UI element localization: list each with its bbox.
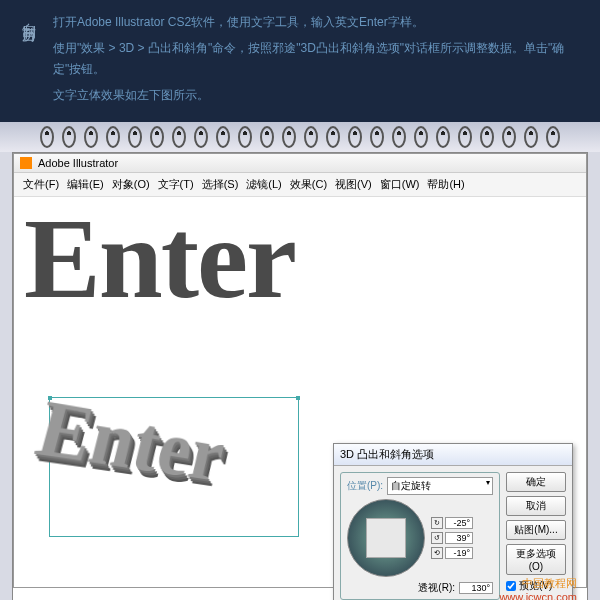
three-d-preview[interactable]: Enter — [29, 377, 339, 577]
watermark: 中国教程网 www.jcwcn.com — [499, 576, 577, 600]
menu-edit[interactable]: 编辑(E) — [64, 177, 107, 192]
ok-button[interactable]: 确定 — [506, 472, 566, 492]
instructions: 打开Adobe Illustrator CS2软件，使用文字工具，输入英文Ent… — [53, 12, 580, 110]
menu-object[interactable]: 对象(O) — [109, 177, 153, 192]
side-title: 自制台历 — [20, 12, 38, 110]
instruction-line: 文字立体效果如左下图所示。 — [53, 85, 580, 107]
menu-select[interactable]: 选择(S) — [199, 177, 242, 192]
app-icon — [20, 157, 32, 169]
watermark-text: 中国教程网 — [499, 576, 577, 591]
window-title: Adobe Illustrator — [38, 157, 118, 169]
x-axis-icon: ↻ — [431, 517, 443, 529]
page-content: Adobe Illustrator 文件(F) 编辑(E) 对象(O) 文字(T… — [12, 152, 588, 600]
cancel-button[interactable]: 取消 — [506, 496, 566, 516]
map-button[interactable]: 贴图(M)... — [506, 520, 566, 540]
menu-bar: 文件(F) 编辑(E) 对象(O) 文字(T) 选择(S) 滤镜(L) 效果(C… — [14, 173, 586, 197]
z-axis-icon: ⟲ — [431, 547, 443, 559]
more-options-button[interactable]: 更多选项(O) — [506, 544, 566, 575]
menu-help[interactable]: 帮助(H) — [424, 177, 467, 192]
y-angle-input[interactable]: 39° — [445, 532, 473, 544]
y-axis-icon: ↺ — [431, 532, 443, 544]
menu-type[interactable]: 文字(T) — [155, 177, 197, 192]
menu-effect[interactable]: 效果(C) — [287, 177, 330, 192]
spiral-binding — [0, 122, 600, 152]
position-label: 位置(P): — [347, 479, 383, 493]
x-angle-input[interactable]: -25° — [445, 517, 473, 529]
menu-filter[interactable]: 滤镜(L) — [243, 177, 284, 192]
menu-view[interactable]: 视图(V) — [332, 177, 375, 192]
flat-text[interactable]: Enter — [24, 207, 576, 311]
cube-face-front — [366, 518, 406, 558]
dialog-title[interactable]: 3D 凸出和斜角选项 — [334, 444, 572, 466]
three-d-object[interactable]: Enter — [25, 374, 329, 585]
three-d-text: Enter — [27, 382, 232, 500]
position-fieldset: 位置(P): 自定旋转 ↻-25° — [340, 472, 500, 600]
instruction-bar: 自制台历 打开Adobe Illustrator CS2软件，使用文字工具，输入… — [0, 0, 600, 122]
watermark-url: www.jcwcn.com — [499, 591, 577, 600]
menu-window[interactable]: 窗口(W) — [377, 177, 423, 192]
perspective-label: 透视(R): — [418, 581, 455, 595]
z-angle-input[interactable]: -19° — [445, 547, 473, 559]
perspective-input[interactable]: 130° — [459, 582, 493, 594]
window-titlebar[interactable]: Adobe Illustrator — [14, 154, 586, 173]
instruction-line: 使用"效果 > 3D > 凸出和斜角"命令，按照邪途"3D凸出和斜角选项"对话框… — [53, 38, 580, 81]
rotation-trackball[interactable] — [347, 499, 425, 577]
position-dropdown[interactable]: 自定旋转 — [387, 477, 493, 495]
menu-file[interactable]: 文件(F) — [20, 177, 62, 192]
instruction-line: 打开Adobe Illustrator CS2软件，使用文字工具，输入英文Ent… — [53, 12, 580, 34]
